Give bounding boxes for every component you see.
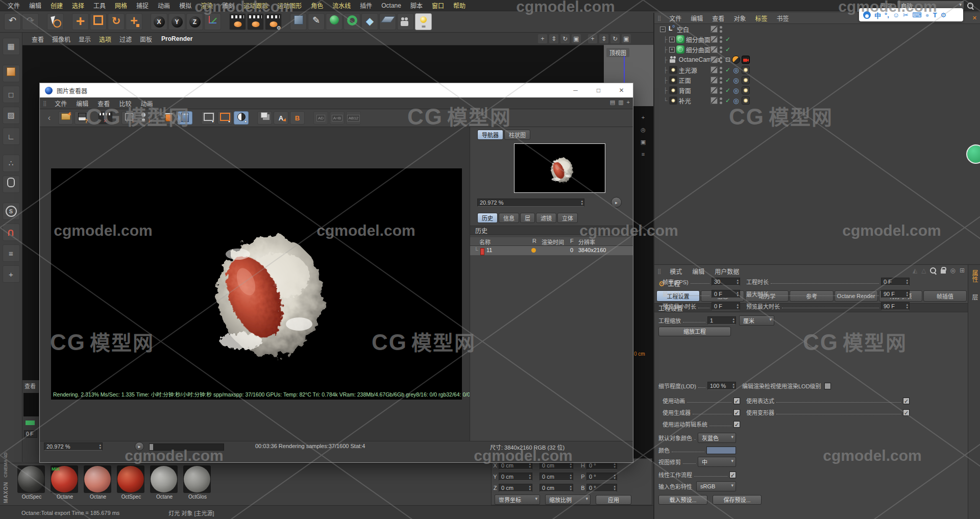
om-menu-item[interactable]: 书签: [772, 14, 793, 22]
color-swatch[interactable]: [706, 447, 736, 454]
object-tag[interactable]: [732, 76, 740, 84]
minimize-button[interactable]: ─: [564, 83, 587, 97]
am-menu-item[interactable]: 用户数据: [709, 267, 744, 276]
soft-keyboard-icon[interactable]: ⌨: [912, 11, 922, 19]
window-title-bar[interactable]: 图片查看器 ─ □ ✕: [40, 83, 633, 97]
visibility-dots[interactable]: [720, 97, 722, 104]
material-item[interactable]: Octane: [84, 465, 112, 500]
material-preview[interactable]: [150, 465, 178, 493]
input-profile-dropdown[interactable]: sRGB: [696, 481, 736, 491]
search-icon[interactable]: [967, 3, 974, 9]
value-field[interactable]: 0 F▴▾: [712, 290, 740, 298]
ime-settings-icon[interactable]: ⚙: [941, 11, 947, 19]
strip-move-icon[interactable]: +: [639, 113, 648, 121]
menu-item[interactable]: 运动图形: [273, 1, 306, 10]
redo-icon[interactable]: [22, 13, 39, 30]
object-tag[interactable]: [742, 96, 750, 105]
object-name[interactable]: 背面: [679, 86, 691, 95]
expand-icon[interactable]: [660, 27, 666, 32]
compare-images-icon[interactable]: [257, 111, 272, 125]
viewport-menu-item[interactable]: 选项: [95, 35, 115, 43]
object-row[interactable]: ├ 正面: [654, 75, 980, 85]
scale-field[interactable]: 1▴▾: [707, 316, 736, 325]
object-tag[interactable]: [742, 56, 750, 64]
spline-pen-icon[interactable]: [308, 13, 325, 30]
layer-swatch[interactable]: [710, 26, 718, 33]
viewport-menu-item[interactable]: 显示: [75, 35, 95, 43]
open-image-icon[interactable]: [58, 111, 73, 125]
object-name[interactable]: 主光源: [679, 66, 697, 75]
layer-swatch[interactable]: [710, 56, 718, 63]
object-name[interactable]: 补光: [679, 96, 691, 105]
save-image-icon[interactable]: [75, 111, 89, 125]
menu-item[interactable]: 模拟: [175, 1, 196, 10]
object-tag[interactable]: [732, 86, 740, 94]
object-tag[interactable]: [732, 56, 740, 64]
material-item[interactable]: OctSpec: [117, 465, 145, 500]
material-preview[interactable]: MIX: [51, 465, 78, 493]
value-field[interactable]: 0 F▴▾: [712, 302, 740, 310]
visibility-dots[interactable]: [720, 36, 722, 43]
checkbox[interactable]: [903, 409, 910, 416]
enable-state-icon[interactable]: [724, 56, 731, 63]
position-field[interactable]: 0 cm▴▾: [499, 461, 532, 469]
object-row[interactable]: 空白: [654, 24, 980, 34]
lock-y-icon[interactable]: Y: [168, 13, 185, 30]
menu-item[interactable]: 运动跟踪: [239, 1, 273, 10]
camera-icon[interactable]: [397, 13, 414, 30]
preview-range-bar[interactable]: [26, 421, 35, 425]
cut-icon[interactable]: ✂: [903, 11, 909, 19]
deformer-icon[interactable]: [361, 13, 378, 30]
om-menu-item[interactable]: 编辑: [686, 14, 707, 22]
view-clipping-dropdown[interactable]: 中: [698, 457, 736, 467]
grip-icon[interactable]: ⣿: [657, 15, 662, 21]
enable-state-icon[interactable]: [724, 87, 731, 94]
material-item[interactable]: MIX Octane: [51, 465, 79, 500]
model-mode-icon[interactable]: □: [3, 86, 20, 103]
render-settings-icon[interactable]: ⚙: [265, 13, 282, 30]
coord-space-dropdown[interactable]: 世界坐标: [495, 495, 540, 505]
checkbox[interactable]: [733, 409, 740, 416]
undo-icon[interactable]: [4, 13, 21, 30]
material-preview[interactable]: [117, 465, 144, 493]
default-color-dropdown[interactable]: 灰蓝色: [698, 433, 736, 443]
layout-grid-icon[interactable]: ▦: [3, 38, 20, 55]
material-preview[interactable]: [17, 465, 45, 493]
viewport-menu-item[interactable]: 面板: [136, 35, 156, 43]
view-compare-icon[interactable]: [217, 111, 232, 125]
pv-menu-item[interactable]: 文件: [50, 99, 71, 108]
navigator-thumbnail[interactable]: [514, 143, 605, 193]
am-menu-item[interactable]: 编辑: [687, 267, 709, 276]
layer-swatch[interactable]: [710, 97, 718, 104]
user-down-icon[interactable]: [138, 111, 153, 125]
expand-icon[interactable]: [669, 37, 675, 42]
viewport-menu-item[interactable]: 查看: [28, 35, 48, 43]
rotate-tool-icon[interactable]: [108, 13, 125, 30]
menu-item[interactable]: 工具: [89, 1, 110, 10]
rotate-view-icon[interactable]: ↻: [610, 34, 620, 43]
clear-image-icon[interactable]: [98, 111, 113, 125]
navigator-zoom-field[interactable]: 20.972 %▴▾: [477, 199, 584, 207]
visibility-dots[interactable]: [720, 57, 722, 63]
object-tag[interactable]: [732, 96, 740, 105]
menu-item[interactable]: 动画: [153, 1, 175, 10]
viewport-label[interactable]: 顶视图: [606, 48, 629, 57]
generator-icon[interactable]: [344, 13, 360, 30]
menu-item[interactable]: 选择: [67, 1, 89, 10]
render-view-icon[interactable]: [229, 13, 246, 30]
enable-snap-icon[interactable]: U: [3, 224, 20, 241]
info-tab[interactable]: 历史: [477, 213, 498, 223]
punctuation-icon[interactable]: °,: [885, 11, 889, 19]
track-icon[interactable]: ◎: [950, 267, 955, 274]
close-button[interactable]: ✕: [610, 83, 633, 97]
move-tool-icon[interactable]: [72, 13, 89, 30]
link-ab12-icon[interactable]: AB12: [346, 111, 361, 125]
object-name[interactable]: 正面: [679, 76, 691, 85]
snap-mode-icon[interactable]: S: [3, 203, 20, 220]
layout-icon[interactable]: ▥: [618, 99, 623, 106]
side-tab[interactable]: 层: [968, 289, 980, 305]
layers-icon[interactable]: ≡: [3, 244, 20, 262]
navigator-tab[interactable]: 柱状图: [504, 130, 530, 140]
material-preview[interactable]: [183, 465, 211, 493]
scale-tool-icon[interactable]: [90, 13, 107, 30]
